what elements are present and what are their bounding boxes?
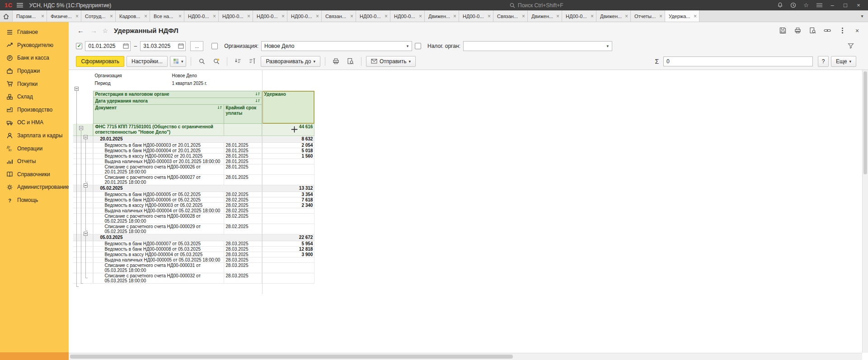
sidebar-item-hr[interactable]: Зарплата и кадры bbox=[0, 129, 69, 142]
find-next-icon[interactable] bbox=[210, 56, 222, 67]
tab-close-icon[interactable]: × bbox=[350, 13, 353, 19]
horizontal-scrollbar-thumb[interactable] bbox=[70, 355, 513, 359]
sidebar-item-bank[interactable]: Банк и касса bbox=[0, 51, 69, 65]
find-icon[interactable] bbox=[196, 56, 208, 67]
tab[interactable]: Сотруд...× bbox=[81, 10, 116, 22]
preview-icon[interactable] bbox=[807, 26, 818, 36]
close-icon[interactable]: × bbox=[853, 1, 864, 9]
group-amount[interactable]: 22 672 bbox=[262, 234, 314, 241]
collapse-all-button[interactable] bbox=[75, 87, 79, 91]
tab-close-icon[interactable]: × bbox=[144, 13, 147, 19]
tab-close-icon[interactable]: × bbox=[522, 13, 525, 19]
total-label[interactable]: ФНС 7715 КПП 771501001 (Общество с огран… bbox=[93, 124, 224, 136]
print-icon[interactable] bbox=[330, 56, 342, 67]
sidebar-item-manager[interactable]: Руководителю bbox=[0, 39, 69, 52]
vertical-scrollbar[interactable] bbox=[862, 70, 868, 353]
save-icon[interactable] bbox=[777, 26, 788, 36]
tab[interactable]: НД00-0...× bbox=[562, 10, 596, 22]
close-form-icon[interactable]: × bbox=[852, 26, 863, 36]
tab-close-icon[interactable]: × bbox=[625, 13, 628, 19]
tab-close-icon[interactable]: × bbox=[178, 13, 182, 19]
sidebar-item-production[interactable]: Производство bbox=[0, 103, 69, 117]
sidebar-item-assets[interactable]: ОС и НМА bbox=[0, 116, 69, 129]
minimize-icon[interactable]: – bbox=[826, 1, 838, 9]
sidebar-item-reports[interactable]: Отчеты bbox=[0, 155, 69, 168]
help-button[interactable]: ? bbox=[818, 56, 829, 67]
tab[interactable]: Движен...× bbox=[596, 10, 631, 22]
tab-active[interactable]: Удержа...× bbox=[665, 10, 699, 22]
col-header-withheld[interactable]: Удержано bbox=[262, 91, 314, 124]
home-button[interactable] bbox=[0, 10, 13, 22]
tabs-overflow-icon[interactable]: ▾ bbox=[856, 10, 868, 22]
sort-icon[interactable] bbox=[255, 92, 260, 96]
col-header-registration[interactable]: Регистрация в налоговом органе bbox=[93, 91, 262, 98]
period-checkbox[interactable]: ✓ bbox=[76, 43, 82, 49]
group-date[interactable]: 05.02.2025 bbox=[93, 185, 262, 192]
tab-close-icon[interactable]: × bbox=[75, 13, 79, 19]
collapse-group-button[interactable] bbox=[84, 135, 88, 139]
maximize-icon[interactable]: □ bbox=[840, 1, 851, 9]
group-date[interactable]: 05.03.2025 bbox=[93, 234, 262, 241]
collapse-groups-icon[interactable] bbox=[232, 56, 244, 67]
back-icon[interactable]: ← bbox=[76, 27, 85, 34]
sidebar-item-operations[interactable]: ДтКтОперации bbox=[0, 142, 69, 155]
tab[interactable]: Кадров...× bbox=[116, 10, 150, 22]
link-icon[interactable] bbox=[822, 26, 833, 36]
tab[interactable]: НД00-0...× bbox=[390, 10, 425, 22]
group-amount[interactable]: 13 312 bbox=[262, 185, 314, 192]
chevron-down-icon[interactable]: ▾ bbox=[604, 42, 612, 51]
send-button[interactable]: Отправить▾ bbox=[366, 56, 416, 67]
tab[interactable]: НД00-0...× bbox=[253, 10, 287, 22]
functions-menu-icon[interactable] bbox=[813, 1, 825, 9]
tab[interactable]: Связан...× bbox=[493, 10, 528, 22]
period-more-button[interactable]: ... bbox=[190, 41, 203, 51]
col-header-deadline[interactable]: Крайний срок уплаты bbox=[224, 105, 262, 124]
tab[interactable]: Физиче...× bbox=[47, 10, 81, 22]
sidebar-item-help[interactable]: ?Помощь bbox=[0, 194, 69, 207]
tab[interactable]: Отчеты...× bbox=[631, 10, 665, 22]
calendar-icon[interactable] bbox=[177, 42, 185, 51]
forward-icon[interactable]: → bbox=[89, 27, 98, 34]
tab[interactable]: НД00-0...× bbox=[287, 10, 322, 22]
collapse-group-button[interactable] bbox=[84, 183, 88, 187]
tax-authority-checkbox[interactable] bbox=[415, 43, 421, 49]
tab-close-icon[interactable]: × bbox=[41, 13, 44, 19]
more-dots-icon[interactable] bbox=[837, 26, 848, 36]
collapse-group-button[interactable] bbox=[79, 126, 83, 130]
expand-groups-icon[interactable] bbox=[246, 56, 258, 67]
tab-close-icon[interactable]: × bbox=[488, 13, 491, 19]
tab-close-icon[interactable]: × bbox=[591, 13, 594, 19]
global-search[interactable]: Поиск Ctrl+Shift+F bbox=[510, 0, 563, 10]
settings-button[interactable]: Настройки... bbox=[127, 56, 168, 67]
tax-authority-combo[interactable]: ▾ bbox=[463, 41, 612, 51]
col-header-document[interactable]: Документ bbox=[93, 105, 224, 124]
tab[interactable]: Все на...× bbox=[150, 10, 184, 22]
sort-icon[interactable] bbox=[217, 106, 222, 110]
sidebar-item-sales[interactable]: Продажи bbox=[0, 65, 69, 78]
tab-close-icon[interactable]: × bbox=[453, 13, 456, 19]
generate-button[interactable]: Сформировать bbox=[76, 56, 124, 67]
tab[interactable]: Связан...× bbox=[322, 10, 356, 22]
sidebar-item-main[interactable]: Главное bbox=[0, 26, 69, 39]
sort-icon[interactable] bbox=[255, 99, 260, 103]
expand-to-button[interactable]: Разворачивать до▾ bbox=[261, 56, 320, 67]
favorites-star-icon[interactable]: ☆ bbox=[800, 1, 812, 9]
collapse-group-button[interactable] bbox=[84, 232, 88, 236]
sidebar-item-warehouse[interactable]: Склад bbox=[0, 90, 69, 103]
org-combo[interactable]: Новое Дело ▾ bbox=[261, 41, 412, 51]
group-amount[interactable]: 8 632 bbox=[262, 136, 314, 143]
preview-icon[interactable] bbox=[344, 56, 357, 67]
tab-close-icon[interactable]: × bbox=[247, 13, 250, 19]
tab[interactable]: НД00-0...× bbox=[184, 10, 219, 22]
horizontal-scrollbar[interactable] bbox=[69, 353, 862, 360]
history-icon[interactable] bbox=[787, 1, 799, 9]
total-amount[interactable]: 44 616 bbox=[262, 124, 314, 136]
notifications-bell-icon[interactable] bbox=[774, 1, 786, 9]
print-icon[interactable] bbox=[792, 26, 803, 36]
tab-close-icon[interactable]: × bbox=[316, 13, 319, 19]
tab-close-icon[interactable]: × bbox=[213, 13, 216, 19]
date-from-input[interactable] bbox=[85, 43, 122, 49]
tab-close-icon[interactable]: × bbox=[556, 13, 559, 19]
org-checkbox[interactable] bbox=[211, 43, 218, 49]
group-date[interactable]: 20.01.2025 bbox=[93, 136, 262, 143]
